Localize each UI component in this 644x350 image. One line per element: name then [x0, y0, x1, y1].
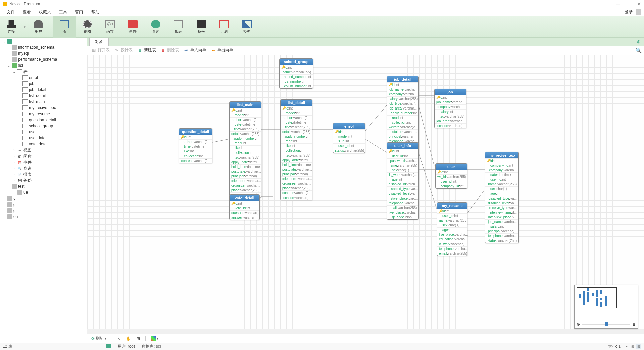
- toolbar-model[interactable]: 模型: [235, 16, 258, 38]
- erd-column[interactable]: user_id: int: [436, 179, 467, 184]
- folder-查询[interactable]: ›🔍查询: [0, 165, 87, 171]
- erd-column[interactable]: title: varchar(255): [230, 127, 261, 131]
- database-performance_schema[interactable]: performance_schema: [0, 56, 87, 62]
- toolbar-backup[interactable]: 备份: [190, 16, 213, 38]
- menu-item-0[interactable]: 文件: [3, 9, 19, 15]
- erd-column[interactable]: collection: int: [281, 148, 312, 153]
- erd-column[interactable]: name: varchar(255): [485, 182, 518, 186]
- erd-column[interactable]: status: varchar(255): [485, 238, 518, 243]
- toolbar-connect[interactable]: 连接: [0, 16, 23, 38]
- erd-table-vote_detail[interactable]: vote_detail🔑id: intvote_id: intquestion:…: [229, 194, 260, 220]
- erd-column[interactable]: salary: int: [485, 224, 518, 229]
- table-list_detail[interactable]: list_detail: [0, 93, 87, 99]
- table-question_detail[interactable]: question_detail: [0, 117, 87, 123]
- erd-column[interactable]: postulate: varchar(...: [230, 169, 261, 174]
- login-button[interactable]: 登录: [623, 9, 634, 15]
- toolbar-schedule[interactable]: 计划: [213, 16, 235, 38]
- erd-column[interactable]: receive_type: var...: [485, 205, 518, 210]
- erd-column[interactable]: 🔑id: int: [485, 158, 518, 163]
- erd-table-header[interactable]: school_group: [280, 59, 313, 65]
- erd-column[interactable]: apply_number: int: [281, 134, 312, 139]
- tree-node-test[interactable]: test: [0, 183, 87, 189]
- erd-column[interactable]: 🔑id: int: [281, 106, 312, 111]
- toolbar-func[interactable]: f(x)函数: [99, 16, 121, 38]
- erd-column[interactable]: 🔑id: int: [280, 65, 313, 70]
- erd-column[interactable]: tag: varchar(255): [435, 114, 466, 119]
- erd-column[interactable]: status: varchar(255): [333, 148, 365, 153]
- erd-column[interactable]: model: int: [333, 134, 365, 139]
- tree-node-g[interactable]: g: [0, 202, 87, 208]
- erd-column[interactable]: disabled_type: var...: [387, 186, 418, 191]
- erd-column[interactable]: disabled_level: va...: [387, 191, 418, 196]
- menu-item-5[interactable]: 帮助: [87, 9, 103, 15]
- table-enrol[interactable]: enrol: [0, 75, 87, 81]
- table-school_group[interactable]: school_group: [0, 123, 87, 129]
- erd-table-header[interactable]: job_detail: [387, 76, 418, 82]
- erd-column[interactable]: hold_time: datetime: [230, 164, 261, 169]
- erd-column[interactable]: job_name: varcha...: [485, 219, 518, 224]
- tab-objects[interactable]: 对象: [89, 38, 109, 46]
- erd-column[interactable]: place: varchar(255): [281, 186, 312, 190]
- erd-table-user[interactable]: user🔑id: intwx_id: varchar(255)user_id: …: [435, 163, 467, 189]
- erd-table-header[interactable]: list_detail: [281, 100, 312, 106]
- erd-column[interactable]: principal: varchar(...: [485, 229, 518, 233]
- erd-column[interactable]: principal: varchar(...: [281, 172, 312, 176]
- erd-column[interactable]: collection: int: [387, 120, 418, 125]
- erd-column[interactable]: user_id: int: [485, 177, 518, 182]
- view-mode-detail[interactable]: ⊞: [630, 344, 635, 349]
- refresh-button[interactable]: ⟳刷新▾: [90, 335, 108, 342]
- minimap-viewport[interactable]: [577, 287, 617, 308]
- zoom-in-button[interactable]: ⊕: [632, 322, 636, 327]
- erd-column[interactable]: qr_code: blob: [387, 215, 418, 219]
- collapse-icon[interactable]: ⌄: [2, 40, 6, 43]
- database-mysql[interactable]: mysql: [0, 50, 87, 56]
- erd-column[interactable]: apply_number: int: [230, 136, 261, 141]
- erd-column[interactable]: 🔑id: int: [387, 149, 418, 154]
- erd-column[interactable]: company: varcha...: [435, 104, 466, 109]
- toolbar-table[interactable]: 表: [53, 16, 76, 38]
- erd-column[interactable]: welfare: varchar(2...: [387, 125, 418, 129]
- erd-table-header[interactable]: list_main: [230, 102, 261, 108]
- erd-column[interactable]: telephone: varcha...: [437, 246, 467, 251]
- erd-table-job_detail[interactable]: job_detail🔑id: intjob_name: varcha...com…: [387, 76, 419, 148]
- toolbar-event[interactable]: 事件: [121, 16, 144, 38]
- menu-item-4[interactable]: 窗口: [71, 9, 87, 15]
- erd-column[interactable]: hold_time: datetime: [281, 162, 312, 167]
- view-mode-er[interactable]: ⊟: [636, 344, 641, 349]
- erd-column[interactable]: job_name: varcha...: [387, 87, 418, 92]
- collapse-icon[interactable]: ⌄: [7, 64, 11, 68]
- zoom-out-button[interactable]: ⊖: [577, 322, 580, 327]
- erd-column[interactable]: native_place: varc...: [387, 196, 418, 201]
- erd-column[interactable]: postulate: varchar(...: [281, 167, 312, 172]
- erd-table-header[interactable]: my_resume: [437, 203, 467, 209]
- erd-column[interactable]: job_area: varchar...: [435, 119, 466, 123]
- folder-报表[interactable]: ›📄报表: [0, 171, 87, 177]
- table-job[interactable]: job: [0, 81, 87, 87]
- erd-column[interactable]: is_work: varchar(...: [387, 172, 418, 177]
- maximize-button[interactable]: ▢: [626, 1, 631, 7]
- erd-column[interactable]: 🔑id: int: [437, 209, 467, 213]
- erd-column[interactable]: detail: varchar(255): [230, 131, 261, 136]
- erd-column[interactable]: 🔑id: int: [333, 129, 365, 134]
- menu-item-1[interactable]: 查看: [19, 9, 35, 15]
- erd-column[interactable]: location: varchar(...: [435, 123, 466, 128]
- open-table-button[interactable]: ▦打开表: [90, 47, 112, 54]
- erd-column[interactable]: name: varchar(255): [437, 218, 467, 223]
- erd-table-header[interactable]: enrol: [333, 123, 365, 129]
- export-wizard-button[interactable]: ⇤导出向导: [210, 47, 235, 54]
- toolbar-user[interactable]: 用户: [27, 16, 50, 38]
- database-scl[interactable]: ⌄ scl: [0, 62, 87, 69]
- erd-column[interactable]: date: datetime: [281, 120, 312, 125]
- erd-column[interactable]: model: int: [281, 111, 312, 115]
- user-avatar[interactable]: [636, 9, 641, 15]
- erd-table-header[interactable]: job: [435, 89, 466, 95]
- toolbar-view[interactable]: 视图: [76, 16, 99, 38]
- erd-column[interactable]: company_id: int: [485, 163, 518, 168]
- erd-column[interactable]: password: varch...: [387, 158, 418, 163]
- erd-column[interactable]: date: datetime: [230, 122, 261, 127]
- table-list_main[interactable]: list_main: [0, 99, 87, 105]
- erd-column[interactable]: email: varchar(255): [437, 251, 467, 256]
- erd-column[interactable]: wx_id: varchar(255): [436, 174, 467, 179]
- erd-column[interactable]: user_id: int: [437, 213, 467, 218]
- erd-column[interactable]: qa_number: int: [280, 79, 313, 84]
